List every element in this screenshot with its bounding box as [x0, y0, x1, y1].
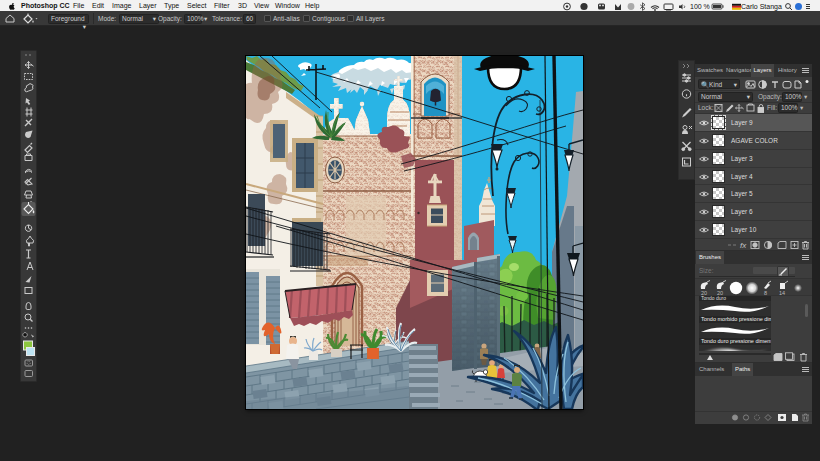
- svg-text:fx: fx: [740, 241, 747, 250]
- svg-text:14: 14: [779, 289, 785, 295]
- svg-text:Carlo Stanga: Carlo Stanga: [741, 3, 782, 11]
- svg-text:100 %: 100 %: [690, 3, 710, 10]
- svg-text:20: 20: [717, 289, 723, 295]
- svg-text:20: 20: [701, 289, 707, 295]
- svg-text:8: 8: [764, 289, 767, 295]
